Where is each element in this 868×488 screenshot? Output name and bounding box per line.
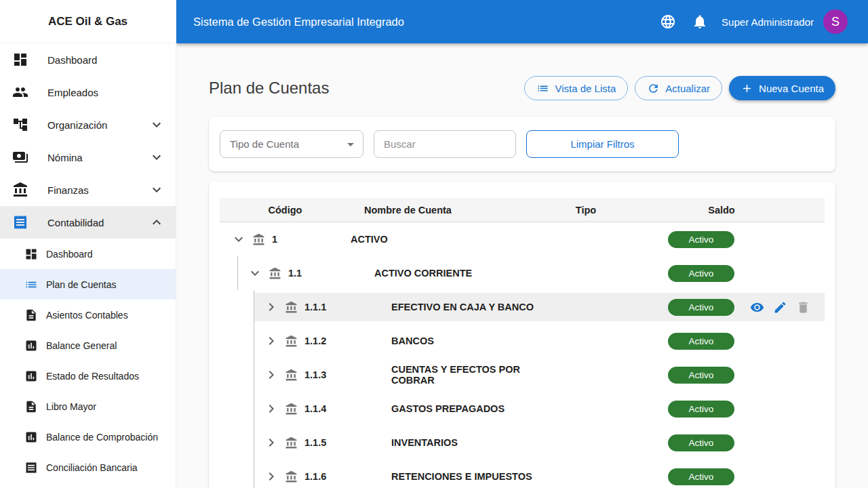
- appbar-title: Sistema de Gestión Empresarial Integrado: [193, 16, 404, 28]
- nav-item-label: Organización: [47, 119, 107, 131]
- sidebar-subitem-libro-mayor[interactable]: Libro Mayor: [0, 391, 176, 422]
- submenu-item-label: Dashboard: [46, 249, 93, 260]
- avatar[interactable]: S: [823, 9, 848, 34]
- name-cell: BANCOS: [351, 335, 542, 347]
- account-name: EFECTIVO EN CAJA Y BANCO: [351, 302, 534, 312]
- submenu-item-label: Balance de Comprobación: [46, 432, 158, 443]
- bank-icon: [285, 335, 298, 348]
- account-code: 1.1.2: [304, 336, 326, 346]
- status-badge: Activo: [668, 231, 734, 248]
- collapse-row-icon[interactable]: [231, 231, 247, 247]
- account-type-placeholder: Tipo de Cuenta: [230, 138, 299, 150]
- sidebar-subitem-balance-de-comprobacion[interactable]: Balance de Comprobación: [0, 422, 176, 452]
- brand-logo: ACE Oil & Gas: [0, 0, 176, 43]
- account-name: ACTIVO: [351, 234, 388, 245]
- nav-item-label: Contabilidad: [47, 217, 104, 228]
- account-row-1.1.4[interactable]: 1.1.4 GASTOS PREPAGADOS Activo: [220, 392, 825, 426]
- main-area: Sistema de Gestión Empresarial Integrado…: [176, 0, 868, 488]
- account-row-1.1[interactable]: 1.1 ACTIVO CORRIENTE Activo: [220, 256, 825, 290]
- document-icon: [24, 308, 38, 322]
- edit-pencil-icon[interactable]: [773, 300, 787, 314]
- nav-item-label: Empleados: [47, 87, 98, 98]
- account-type-select[interactable]: Tipo de Cuenta: [220, 130, 363, 158]
- user-name: Super Administrador: [722, 16, 814, 28]
- sidebar-subitem-plan-de-cuentas[interactable]: Plan de Cuentas: [0, 269, 176, 300]
- expand-row-icon[interactable]: [263, 401, 279, 417]
- balance-cell: Activo: [629, 299, 746, 316]
- account-row-1.1.5[interactable]: 1.1.5 INVENTARIOS Activo: [220, 426, 825, 460]
- name-cell: GASTOS PREPAGADOS: [351, 403, 542, 415]
- account-code: 1.1: [288, 268, 302, 279]
- submenu-item-label: Asientos Contables: [46, 310, 128, 321]
- account-code: 1: [272, 234, 277, 245]
- code-cell: 1.1.6: [220, 468, 351, 485]
- list-view-button[interactable]: Vista de Lista: [524, 76, 628, 100]
- table-header: Código Nombre de Cuenta Tipo Saldo: [220, 198, 825, 222]
- accounts-table-card: Código Nombre de Cuenta Tipo Saldo 1 ACT…: [209, 182, 835, 488]
- page-header: Plan de Cuentas Vista de Lista Actualiza…: [209, 76, 835, 100]
- expand-row-icon[interactable]: [263, 468, 279, 485]
- status-badge: Activo: [668, 468, 734, 485]
- account-code: 1.1.4: [304, 403, 326, 414]
- notifications-bell-icon[interactable]: [692, 14, 708, 30]
- account-row-1.1.6[interactable]: 1.1.6 RETENCIONES E IMPUESTOS Activo: [220, 460, 825, 488]
- clear-filters-button[interactable]: Limpiar Filtros: [526, 130, 679, 158]
- account-name: CUENTAS Y EFECTOS POR COBRAR: [351, 364, 542, 386]
- chevron-down-icon: [149, 117, 165, 133]
- column-header-codigo: Código: [220, 205, 351, 216]
- account-row-1[interactable]: 1 ACTIVO Activo: [220, 222, 825, 256]
- delete-trash-icon[interactable]: [796, 300, 810, 314]
- status-badge: Activo: [668, 333, 734, 350]
- expand-row-icon[interactable]: [263, 299, 279, 315]
- sidebar-subitem-estado-de-resultados[interactable]: Estado de Resultados: [0, 361, 176, 391]
- account-row-1.1.2[interactable]: 1.1.2 BANCOS Activo: [220, 324, 825, 358]
- nav-item-label: Nómina: [47, 152, 83, 163]
- new-account-button[interactable]: Nueva Cuenta: [729, 76, 835, 100]
- account-code: 1.1.5: [304, 437, 326, 448]
- sidebar-subitem-balance-general[interactable]: Balance General: [0, 330, 176, 361]
- submenu-item-label: Balance General: [46, 340, 117, 351]
- language-globe-icon[interactable]: [660, 14, 676, 30]
- bank-icon: [269, 267, 281, 280]
- expand-row-icon[interactable]: [263, 333, 279, 349]
- account-code: 1.1.6: [304, 471, 326, 482]
- sidebar-item-organizacion[interactable]: Organización: [0, 108, 176, 141]
- sidebar-subitem-dashboard[interactable]: Dashboard: [0, 239, 176, 269]
- chart-icon: [24, 430, 38, 444]
- appbar-right: Super Administrador S: [660, 9, 848, 34]
- account-row-1.1.1[interactable]: 1.1.1 EFECTIVO EN CAJA Y BANCO Activo: [220, 290, 825, 324]
- code-cell: 1.1.2: [220, 333, 351, 349]
- bank-icon: [285, 470, 298, 483]
- name-cell: CUENTAS Y EFECTOS POR COBRAR: [351, 364, 542, 386]
- collapse-row-icon[interactable]: [247, 265, 263, 281]
- sidebar-item-dashboard[interactable]: Dashboard: [0, 43, 176, 76]
- sidebar-subitem-asientos-contables[interactable]: Asientos Contables: [0, 300, 176, 330]
- expand-row-icon[interactable]: [263, 434, 279, 451]
- chevron-down-icon: [149, 182, 165, 198]
- sidebar-subitem-conciliacion-bancaria[interactable]: Conciliación Bancaria: [0, 452, 176, 483]
- account-row-1.1.3[interactable]: 1.1.3 CUENTAS Y EFECTOS POR COBRAR Activ…: [220, 358, 825, 392]
- list-view-label: Vista de Lista: [555, 83, 616, 94]
- balance-cell: Activo: [629, 333, 746, 350]
- refresh-label: Actualizar: [665, 83, 710, 94]
- status-badge: Activo: [668, 265, 734, 282]
- refresh-button[interactable]: Actualizar: [635, 76, 722, 100]
- column-header-saldo: Saldo: [629, 205, 746, 216]
- list-icon: [536, 82, 549, 95]
- sidebar-item-finanzas[interactable]: Finanzas: [0, 174, 176, 206]
- search-input[interactable]: [374, 130, 516, 158]
- bank-icon: [285, 301, 298, 314]
- balance-cell: Activo: [629, 231, 746, 248]
- bank-icon: [252, 233, 265, 246]
- balance-cell: Activo: [629, 434, 746, 451]
- sidebar-item-nomina[interactable]: Nómina: [0, 141, 176, 174]
- status-badge: Activo: [668, 299, 734, 316]
- page-content: Plan de Cuentas Vista de Lista Actualiza…: [176, 43, 868, 488]
- app-root: ACE Oil & Gas Dashboard Empleados Organi…: [0, 0, 868, 488]
- sidebar-item-contabilidad[interactable]: Contabilidad: [0, 206, 176, 239]
- view-eye-icon[interactable]: [750, 300, 764, 314]
- table-body: 1 ACTIVO Activo 1.1 ACTIVO CORRIENTE Act…: [220, 222, 825, 488]
- sidebar-item-empleados[interactable]: Empleados: [0, 76, 176, 108]
- bank-icon: [285, 436, 298, 449]
- expand-row-icon[interactable]: [263, 367, 279, 383]
